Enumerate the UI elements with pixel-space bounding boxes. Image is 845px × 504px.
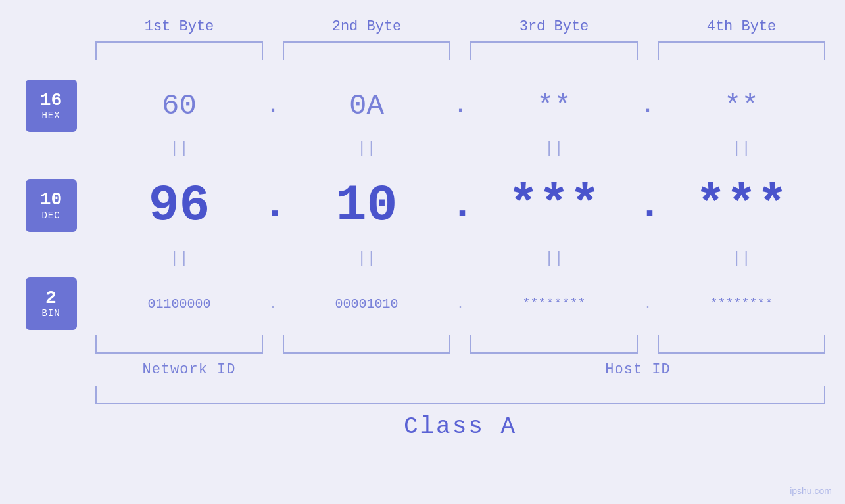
bin-val-4: ******** [658,296,825,311]
eq-hex-dec-4: || [658,139,825,157]
dec-val-2: 10 [283,177,450,235]
eq-hex-dec-3: || [470,139,638,157]
dec-val-3: *** [470,177,638,235]
dec-badge-cell: 10 DEC [0,179,95,232]
dec-badge: 10 DEC [26,179,77,232]
eq-dec-bin-2: || [283,250,450,267]
eq-hex-dec-1: || [95,139,263,157]
hex-dot-3: . [638,93,658,120]
bin-badge: 2 BIN [26,277,77,330]
byte1-header: 1st Byte [95,18,263,40]
dec-badge-num: 10 [40,190,62,210]
hex-badge-name: HEX [41,110,60,121]
watermark: ipshu.com [790,486,832,496]
hex-dot-2: . [450,93,470,120]
bin-val-3: ******** [470,296,638,311]
eq-hex-dec-2: || [283,139,450,157]
dec-badge-name: DEC [41,210,60,221]
hex-val-1: 60 [95,89,263,122]
hex-dot-1: . [263,93,283,120]
dec-dot-3: . [638,183,658,228]
dec-dot-1: . [263,183,283,228]
bin-val-1: 01100000 [95,296,263,311]
bin-badge-num: 2 [45,288,57,309]
byte2-bracket-top [283,41,450,60]
byte1-bracket-top [95,41,263,60]
class-bracket [95,386,825,404]
byte4-header: 4th Byte [658,18,825,40]
dec-val-1: 96 [95,177,263,235]
hex-badge: 16 HEX [26,80,77,132]
hex-val-3: ** [470,89,638,122]
byte2-header: 2nd Byte [283,18,450,40]
bin-dot-3: . [638,296,658,311]
bin-val-2: 00001010 [283,296,450,311]
dec-val-4: *** [658,177,825,235]
hex-badge-num: 16 [40,91,62,111]
hex-val-2: 0A [283,89,450,122]
bin-badge-cell: 2 BIN [0,277,95,330]
class-label: Class A [95,413,825,440]
network-id-label: Network ID [95,361,283,378]
bin-badge-name: BIN [41,308,60,319]
byte4-bracket-top [658,41,825,60]
bin-dot-1: . [263,296,283,311]
eq-dec-bin-4: || [658,250,825,267]
byte3-bracket-bot [470,335,638,354]
hex-val-4: ** [658,89,825,122]
eq-dec-bin-3: || [470,250,638,267]
eq-dec-bin-1: || [95,250,263,267]
byte1-bracket-bot [95,335,263,354]
byte4-bracket-bot [658,335,825,354]
bin-dot-2: . [450,296,470,311]
host-id-label: Host ID [450,361,825,378]
byte3-bracket-top [470,41,638,60]
byte3-header: 3rd Byte [470,18,638,40]
hex-badge-cell: 16 HEX [0,80,95,132]
byte2-bracket-bot [283,335,450,354]
dec-dot-2: . [450,183,470,228]
